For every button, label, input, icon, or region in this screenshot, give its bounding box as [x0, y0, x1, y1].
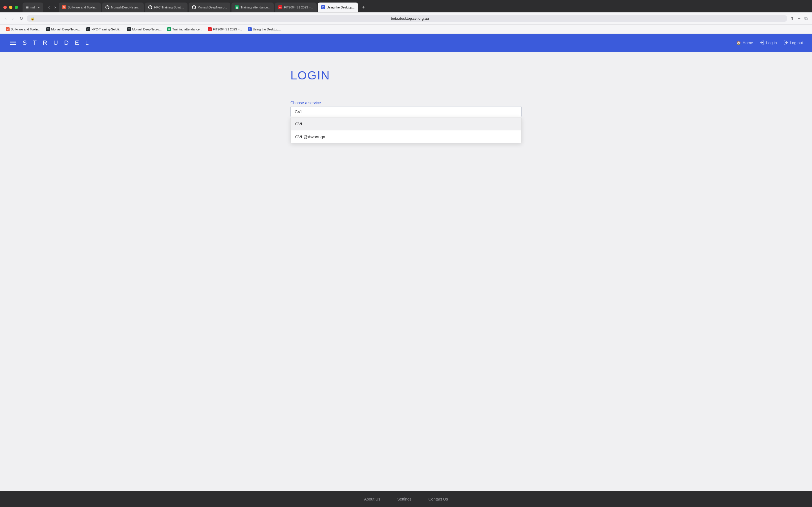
bookmark-favicon-strudel: C: [248, 27, 252, 31]
bookmark-favicon-gh1: ⬡: [46, 27, 50, 31]
tab-strudel[interactable]: C Using the Desktop...: [318, 3, 358, 12]
workspace-label: mdn: [31, 6, 36, 9]
app-header: S T R U D E L 🏠 Home Log in: [0, 34, 812, 52]
dropdown-label: Choose a service: [290, 101, 522, 105]
app: S T R U D E L 🏠 Home Log in: [0, 34, 812, 507]
share-button[interactable]: ⬆: [789, 15, 795, 22]
footer-settings-link[interactable]: Settings: [397, 497, 412, 501]
nav-logout-link[interactable]: Log out: [783, 40, 803, 46]
window-minimize-btn[interactable]: [9, 6, 12, 9]
page-title: LOGIN: [290, 69, 330, 82]
main-content: LOGIN Choose a service CVL CVL@Awoonga C…: [279, 52, 533, 491]
nav-home-label: Home: [743, 41, 753, 45]
tab-label-edx: FIT2004 S1 2023 –...: [284, 6, 313, 9]
logout-icon: [783, 40, 788, 46]
tab-gh1[interactable]: MonashDeepNeuro...: [102, 3, 144, 12]
browser-chrome: ☰ mdn ▾ ‹ › M Software and Toolin... Mon…: [0, 0, 812, 34]
sidebar-icon: ☰: [26, 6, 29, 9]
hamburger-line-2: [10, 43, 16, 43]
tab-label-strudel: Using the Desktop...: [327, 6, 355, 9]
dropdown-option-awoonga[interactable]: CVL@Awoonga: [291, 130, 521, 143]
tab-favicon-gh2: [148, 5, 152, 9]
tab-favicon-sheets: ▦: [235, 5, 239, 9]
service-select[interactable]: CVL CVL@Awoonga: [290, 106, 522, 117]
address-bar[interactable]: 🔒: [27, 15, 787, 22]
back-button[interactable]: ‹: [47, 4, 51, 11]
hamburger-line-3: [10, 44, 16, 45]
bookmark-label-mdn: Software and Toolin...: [11, 27, 41, 31]
nav-login-link[interactable]: Log in: [760, 40, 777, 46]
lock-icon: 🔒: [31, 17, 35, 20]
sidebar-toggle[interactable]: ☰ mdn ▾: [22, 3, 43, 12]
bookmark-label-fit: FIT2004 S1 2023 –...: [213, 27, 242, 31]
tab-label-sheets: Training attendance...: [241, 6, 270, 9]
bookmark-label-strudel: Using the Desktop...: [253, 27, 281, 31]
tab-overview-button[interactable]: ⧉: [803, 15, 809, 22]
service-dropdown-popup: CVL CVL@Awoonga: [290, 117, 522, 144]
tab-favicon-edx: ed: [278, 5, 282, 9]
bookmark-favicon-gh3: ⬡: [127, 27, 131, 31]
bookmark-label-training: Training attendance...: [172, 27, 202, 31]
hamburger-line-1: [10, 41, 16, 41]
bookmark-gh3[interactable]: ⬡ MonashDeepNeuro...: [125, 26, 164, 32]
back-nav-button[interactable]: ‹: [3, 15, 8, 22]
chevron-down-icon: ▾: [38, 6, 40, 9]
tab-label-gh1: MonashDeepNeuro...: [111, 6, 141, 9]
tab-favicon-gh3: [192, 5, 196, 9]
divider: [290, 89, 522, 89]
login-icon: [760, 40, 764, 46]
home-icon: 🏠: [736, 41, 741, 45]
tab-label-m: Software and Toolin...: [68, 6, 98, 9]
tab-m[interactable]: M Software and Toolin...: [59, 3, 101, 12]
bookmarks-bar: M Software and Toolin... ⬡ MonashDeepNeu…: [0, 25, 812, 34]
bookmark-label-gh3: MonashDeepNeuro...: [132, 27, 162, 31]
bookmark-gh1[interactable]: ⬡ MonashDeepNeuro...: [44, 26, 83, 32]
bookmark-strudel[interactable]: C Using the Desktop...: [246, 26, 283, 32]
new-tab-button[interactable]: +: [360, 3, 367, 11]
tab-bar: ☰ mdn ▾ ‹ › M Software and Toolin... Mon…: [0, 0, 812, 12]
bookmark-mdn[interactable]: M Software and Toolin...: [3, 26, 43, 32]
bookmark-favicon-training: ▦: [167, 27, 171, 31]
nav-home-link[interactable]: 🏠 Home: [736, 41, 753, 45]
tab-label-gh3: MonashDeepNeuro...: [198, 6, 227, 9]
bookmark-favicon-fit: ed: [208, 27, 212, 31]
bookmark-hpc[interactable]: ⬡ HPC-Training-Soluti...: [84, 26, 124, 32]
forward-button[interactable]: ›: [53, 4, 57, 11]
footer-contact-link[interactable]: Contact Us: [428, 497, 448, 501]
app-footer: About Us Settings Contact Us: [0, 491, 812, 507]
window-maximize-btn[interactable]: [15, 6, 18, 9]
bookmark-training[interactable]: ▦ Training attendance...: [165, 26, 204, 32]
bookmark-label-gh1: MonashDeepNeuro...: [51, 27, 81, 31]
nav-login-label: Log in: [766, 41, 777, 45]
extension-bar: ⬆ + ⧉: [789, 15, 809, 22]
bookmark-fit[interactable]: ed FIT2004 S1 2023 –...: [206, 26, 244, 32]
service-dropdown-container: Choose a service CVL CVL@Awoonga CVL CVL…: [290, 101, 522, 117]
tab-label-gh2: HPC-Training-Soluti...: [154, 6, 184, 9]
tab-gh3[interactable]: MonashDeepNeuro...: [189, 3, 231, 12]
window-controls: [3, 6, 18, 9]
site-title: S T R U D E L: [22, 39, 736, 47]
toolbar: ‹ › ↻ 🔒 ⬆ + ⧉: [0, 12, 812, 25]
tab-edx[interactable]: ed FIT2004 S1 2023 –...: [275, 3, 316, 12]
dropdown-option-cvl[interactable]: CVL: [291, 117, 521, 130]
tab-favicon-gh1: [105, 5, 109, 9]
url-input[interactable]: [36, 16, 783, 20]
tab-sheets[interactable]: ▦ Training attendance...: [232, 3, 274, 12]
nav-logout-label: Log out: [790, 41, 803, 45]
refresh-button[interactable]: ↻: [18, 15, 25, 22]
bookmark-label-hpc: HPC-Training-Soluti...: [91, 27, 121, 31]
bookmark-favicon-m: M: [6, 27, 10, 31]
window-close-btn[interactable]: [3, 6, 7, 9]
forward-nav-button[interactable]: ›: [10, 15, 15, 22]
footer-about-link[interactable]: About Us: [364, 497, 380, 501]
hamburger-menu-button[interactable]: [9, 40, 17, 46]
tab-gh2[interactable]: HPC-Training-Soluti...: [145, 3, 188, 12]
tab-favicon-m: M: [62, 5, 66, 9]
add-bookmark-button[interactable]: +: [797, 15, 802, 22]
header-nav: 🏠 Home Log in: [736, 40, 803, 46]
bookmark-favicon-hpc: ⬡: [86, 27, 90, 31]
tab-favicon-strudel: C: [321, 5, 325, 9]
